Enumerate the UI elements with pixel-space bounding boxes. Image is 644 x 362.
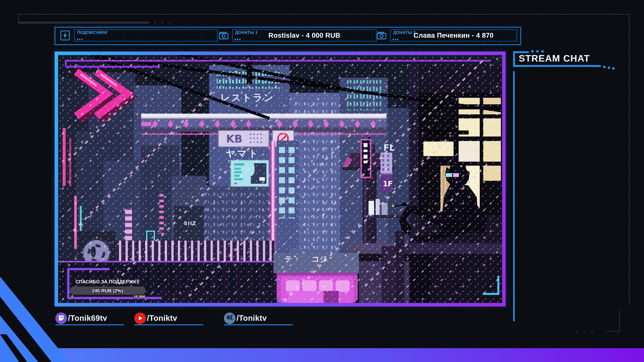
- outer-frame-left-tick: [18, 14, 19, 24]
- outer-frame-corner-vertical: [619, 310, 620, 332]
- outer-frame-corner-horizontal: [606, 331, 620, 332]
- outer-frame-top-line: [18, 14, 630, 15]
- pixel-art-cyberpunk-scene: KB ヤマト: [58, 55, 502, 303]
- widget-dots: [393, 39, 394, 40]
- chat-dot: [541, 50, 544, 53]
- social-handle: /Toniktv: [147, 314, 177, 323]
- youtube-icon: [134, 312, 146, 324]
- chat-dot: [608, 67, 610, 69]
- scene-frame: KB ヤマト: [55, 52, 506, 306]
- widget-donations-2: ДОНАТЫ 2 Слава Печенкин - 4 870: [390, 29, 517, 41]
- outer-frame-accent-line: [19, 22, 149, 24]
- goal-progress-label: 245 RUB (2%): [92, 288, 123, 293]
- social-underline: [224, 324, 293, 325]
- widget-dots: [235, 39, 236, 40]
- goal-scale-min: 0: [71, 294, 73, 299]
- chat-bracket-top: [513, 51, 529, 53]
- vk-icon: [224, 312, 235, 324]
- chat-dot: [612, 67, 615, 70]
- chat-dot: [536, 50, 539, 53]
- chat-bracket-left: [513, 51, 515, 67]
- stream-overlay-stage: ПОДПИСЧИКИ ДОНАТЫ 1 Rostislav - 4 000 RU…: [0, 0, 644, 362]
- stream-chat-title: STREAM CHAT: [519, 53, 590, 64]
- widget-donations-1-value: Rostislav - 4 000 RUB: [233, 30, 376, 41]
- social-handle: /Tonik69tv: [68, 314, 107, 323]
- chat-underline: [513, 65, 601, 67]
- scene-viewport: KB ヤマト: [58, 55, 502, 303]
- outer-frame-dots-top: [154, 22, 156, 24]
- twitch-icon: [55, 312, 67, 324]
- widget-subscribers: ПОДПИСЧИКИ: [74, 29, 218, 41]
- bolt-badge-icon: [60, 30, 70, 41]
- outer-frame-right-line: [629, 14, 630, 305]
- outer-frame-dots-bottom: [576, 331, 578, 333]
- social-underline: [134, 324, 203, 325]
- chat-dot: [531, 50, 534, 53]
- widget-subscribers-value: [75, 30, 217, 41]
- chat-panel-vertical-line: [513, 71, 515, 321]
- social-underline: [55, 324, 124, 325]
- donation-cam-icon: [219, 30, 229, 40]
- goal-scale-max: 10 000: [134, 294, 145, 299]
- widget-dots: [77, 39, 78, 40]
- top-widget-bar: ПОДПИСЧИКИ ДОНАТЫ 1 Rostislav - 4 000 RU…: [55, 27, 521, 45]
- chat-dot: [603, 66, 606, 68]
- widget-donations-2-value: Слава Печенкин - 4 870: [391, 30, 516, 41]
- widget-donations-1: ДОНАТЫ 1 Rostislav - 4 000 RUB: [232, 29, 377, 41]
- donation-cam-icon: [377, 30, 387, 40]
- goal-title: СПАСИБО ЗА ПОДДЕРЖКУ: [75, 279, 139, 284]
- social-handle: /Toniktv: [236, 314, 267, 323]
